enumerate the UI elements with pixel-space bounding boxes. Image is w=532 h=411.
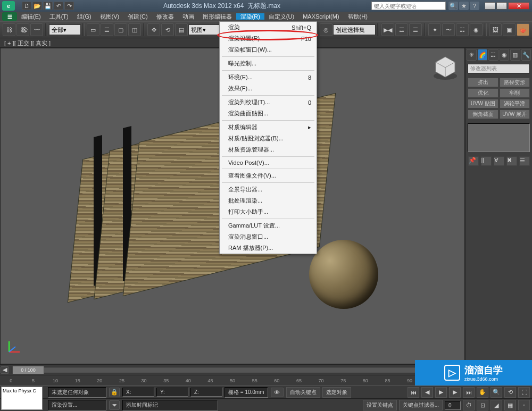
material-editor-icon[interactable]: ◉ <box>470 23 483 36</box>
menu-8[interactable]: 渲染(R) <box>236 13 264 20</box>
app-icon[interactable]: e <box>2 1 15 11</box>
show-end-result-icon[interactable]: || <box>481 156 492 166</box>
menu-item[interactable]: 打印大小助手... <box>220 206 317 217</box>
menu-item[interactable]: 材质资源管理器... <box>220 144 317 155</box>
keyfilter-button[interactable]: 关键点过滤器... <box>399 400 443 410</box>
menu-5[interactable]: 修改器 <box>152 13 178 20</box>
render-setup-icon[interactable]: 🖼 <box>489 23 502 36</box>
nav-zoom-icon[interactable]: 🔍 <box>491 387 502 398</box>
utilities-tab-icon[interactable]: 🔧 <box>521 49 531 61</box>
infocenter-help-icon[interactable]: ? <box>470 2 479 10</box>
layers-icon[interactable]: ☰ <box>409 23 422 36</box>
qat-open-icon[interactable]: 📂 <box>32 2 42 10</box>
track-left-icon[interactable]: ◀ <box>1 366 9 374</box>
menu-item[interactable]: 渲染消息窗口... <box>220 231 317 242</box>
modifier-preset[interactable]: 挤出 <box>468 78 498 87</box>
menu-item[interactable]: 渲染设置(R)...F10 <box>220 33 317 44</box>
modifier-preset[interactable]: 车削 <box>500 88 530 98</box>
viewcube-icon[interactable] <box>431 54 459 81</box>
menu-item[interactable]: 效果(F)... <box>220 83 317 94</box>
infocenter-star-icon[interactable]: ★ <box>459 2 469 10</box>
modifier-preset[interactable]: 涡轮平滑 <box>500 99 530 108</box>
motion-tab-icon[interactable]: ◉ <box>500 49 510 61</box>
timeline-ruler[interactable]: 0510152025303540455055606570758085909510… <box>0 375 465 385</box>
menu-item[interactable]: Video Post(V)... <box>220 158 317 167</box>
render-frame-icon[interactable]: ▣ <box>503 23 516 36</box>
select-object-icon[interactable]: ▭ <box>87 23 99 36</box>
app-menu-button[interactable]: ☰ <box>2 12 17 21</box>
setkey-button[interactable]: 设置关键点 <box>363 400 397 410</box>
coord-x[interactable]: X: <box>122 388 154 397</box>
minimize-button[interactable]: ─ <box>485 2 495 10</box>
render-icon[interactable]: 🫖 <box>517 23 529 36</box>
create-tab-icon[interactable]: ✳ <box>467 49 477 61</box>
maximize-button[interactable]: ☐ <box>496 2 507 10</box>
qat-new-icon[interactable]: 🗋 <box>22 2 31 10</box>
play-icon[interactable]: ▶ <box>435 387 447 398</box>
nav-zoom-ext-icon[interactable]: ⊡ <box>477 400 488 410</box>
menu-item[interactable]: 曝光控制... <box>220 58 317 69</box>
align-icon[interactable]: ☲ <box>395 23 408 36</box>
modify-tab-icon[interactable]: 🌈 <box>478 49 488 61</box>
mirror-icon[interactable]: ▶◀ <box>381 23 394 36</box>
modifier-preset[interactable]: 优化 <box>468 88 498 98</box>
add-time-tag[interactable]: 添加时间标记 <box>122 400 218 410</box>
unlink-icon[interactable]: ⛓⃠ <box>16 23 29 36</box>
time-tag-icon[interactable]: ⏷ <box>109 400 120 410</box>
goto-end-icon[interactable]: ⏭ <box>463 387 475 398</box>
qat-save-icon[interactable]: 💾 <box>43 2 53 10</box>
configure-sets-icon[interactable]: ☰ <box>519 156 530 166</box>
ref-coord-dropdown[interactable]: 视图 ▾ <box>188 24 220 35</box>
schematic-view-icon[interactable]: ☷ <box>456 23 469 36</box>
menu-item[interactable]: 渲染Shift+Q <box>220 22 317 33</box>
modifier-preset[interactable]: UVW 贴图 <box>468 99 498 108</box>
modifier-list-dropdown[interactable]: 修改器列表 <box>468 64 530 73</box>
menu-10[interactable]: MAXScript(M) <box>298 13 343 20</box>
menu-item[interactable]: 全景导出器... <box>220 184 317 195</box>
menu-item[interactable]: Gamma/LUT 设置... <box>220 220 317 231</box>
link-icon[interactable]: ⛓ <box>3 23 15 36</box>
window-crossing-icon[interactable]: ◫ <box>128 23 141 36</box>
select-region-icon[interactable]: ▢ <box>114 23 127 36</box>
graphite-icon[interactable]: ✦ <box>428 23 441 36</box>
qat-undo-icon[interactable]: ↶ <box>54 2 63 10</box>
menu-item[interactable]: 环境(E)...8 <box>220 72 317 83</box>
menu-item[interactable]: 渲染到纹理(T)...0 <box>220 97 317 108</box>
rotate-icon[interactable]: ⟲ <box>161 23 174 36</box>
modifier-preset[interactable]: UVW 展开 <box>500 110 530 119</box>
qat-redo-icon[interactable]: ↷ <box>64 2 74 10</box>
menu-item[interactable]: 查看图像文件(V)... <box>220 170 317 181</box>
scale-icon[interactable]: ▤ <box>175 23 188 36</box>
nav-min-icon[interactable]: ▫ <box>518 400 530 410</box>
lock-selection-icon[interactable]: 🔒 <box>109 388 120 397</box>
curve-editor-icon[interactable]: 〜 <box>442 23 455 36</box>
move-icon[interactable]: ✥ <box>147 23 160 36</box>
menu-11[interactable]: 帮助(H) <box>344 13 372 20</box>
selection-filter-dropdown[interactable]: 全部 ▾ <box>49 24 81 35</box>
named-sel-icon[interactable]: ◎ <box>320 23 332 36</box>
time-slider[interactable]: 0 / 100 <box>12 367 453 373</box>
time-config-icon[interactable]: ⏱ <box>463 400 475 410</box>
goto-start-icon[interactable]: ⏮ <box>408 387 419 398</box>
isolate-icon[interactable]: 👁 <box>271 388 284 397</box>
nav-fov-icon[interactable]: ◢ <box>491 400 502 410</box>
modifier-preset[interactable]: 倒角截面 <box>468 110 498 119</box>
menu-0[interactable]: 编辑(E) <box>17 13 45 20</box>
infocenter-search-icon[interactable]: 🔍 <box>448 2 458 10</box>
nav-orbit-icon[interactable]: ⟲ <box>504 387 516 398</box>
menu-9[interactable]: 自定义(U) <box>264 13 298 20</box>
pin-stack-icon[interactable]: 📌 <box>468 156 479 166</box>
modifier-stack[interactable] <box>468 123 530 152</box>
nav-max-icon[interactable]: ⛶ <box>518 387 530 398</box>
menu-7[interactable]: 图形编辑器 <box>198 13 236 20</box>
named-selection-dropdown[interactable]: 创建选择集 <box>333 24 376 35</box>
nav-walk-icon[interactable]: ▦ <box>504 400 516 410</box>
selkey-button[interactable]: 选定对象 <box>322 387 351 398</box>
menu-4[interactable]: 创建(C) <box>123 13 152 20</box>
menu-6[interactable]: 动画 <box>178 13 198 20</box>
menu-item[interactable]: 渲染帧窗口(W)... <box>220 44 317 55</box>
autokey-button[interactable]: 自动关键点 <box>286 387 320 398</box>
next-frame-icon[interactable]: ▶ <box>449 387 461 398</box>
maxscript-listener[interactable]: Max to Physx C <box>1 387 43 410</box>
close-button[interactable]: ✕ <box>508 2 529 10</box>
